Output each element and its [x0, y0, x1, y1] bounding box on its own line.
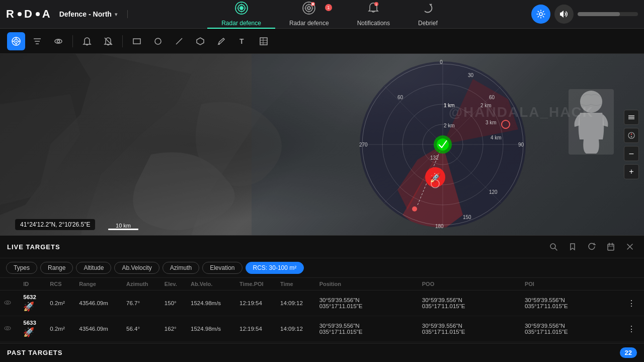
layers-button[interactable] [624, 110, 639, 125]
svg-rect-36 [260, 38, 267, 45]
tab-radar-defence-1[interactable]: Radar defence [207, 0, 275, 29]
tool-pencil[interactable] [212, 32, 230, 50]
tool-rectangle[interactable] [128, 32, 146, 50]
col-rcs: RCS [46, 278, 75, 291]
search-button[interactable] [546, 240, 560, 254]
radar-defence-icon-2 [302, 1, 316, 18]
filter-elevation[interactable]: Elevation [202, 262, 242, 274]
col-ab-velo: Ab.Velo. [187, 278, 235, 291]
svg-point-19 [16, 40, 17, 42]
col-poi: POI [521, 278, 623, 291]
chevron-down-icon: ▾ [115, 12, 117, 17]
row-time-poi-1: 12:19:54 [235, 291, 276, 316]
row-more-1[interactable]: ⋮ [623, 291, 644, 316]
bookmark-button[interactable] [566, 240, 580, 254]
svg-text:132: 132 [430, 155, 439, 161]
row-poo-2: 30°59'39.556"N 035°17'11.015"E [418, 316, 521, 342]
tool-bell-off[interactable] [99, 32, 117, 50]
svg-point-16 [539, 13, 542, 16]
col-time-poi: Time.POI [235, 278, 276, 291]
live-targets-title: LIVE TARGETS [7, 243, 60, 251]
col-azimuth: Azimuth [122, 278, 160, 291]
header-actions [546, 240, 637, 254]
svg-text:30: 30 [468, 73, 474, 78]
svg-text:2 km: 2 km [480, 103, 492, 108]
top-nav: RDA Defence - North ▾ Radar defence 1 [0, 0, 644, 29]
zoom-minus-button[interactable]: – [624, 146, 639, 161]
tab-label-debrief: Debrief [418, 20, 438, 27]
handala-image [569, 89, 614, 155]
svg-point-76 [580, 91, 602, 113]
radar-display: 0 30 60 90 120 150 180 270 60 1 km 1 km … [357, 59, 528, 230]
svg-point-31 [155, 38, 161, 44]
radar-defence-icon-1 [234, 1, 249, 18]
refresh-button[interactable] [585, 240, 599, 254]
compass-button[interactable] [624, 128, 639, 143]
svg-text:3 km: 3 km [486, 120, 497, 125]
filter-tabs: Types Range Altitude Ab.Velocity Azimuth… [0, 258, 644, 278]
tool-circle[interactable] [149, 32, 167, 50]
svg-rect-77 [628, 118, 634, 119]
tool-target[interactable] [7, 32, 25, 50]
tool-line[interactable] [170, 32, 188, 50]
tab-notifications[interactable]: 1 Notifications [343, 0, 404, 29]
filter-types[interactable]: Types [6, 262, 37, 274]
tab-debrief[interactable]: Debrief [404, 0, 452, 29]
settings-button[interactable] [531, 5, 550, 24]
filter-ab-velocity[interactable]: Ab.Velocity [114, 262, 159, 274]
row-eye-2[interactable] [0, 316, 19, 342]
svg-point-71 [437, 138, 449, 151]
tab-radar-defence-2[interactable]: 1 Radar defence [275, 0, 343, 29]
row-more-2[interactable]: ⋮ [623, 316, 644, 342]
tool-bell-on[interactable] [78, 32, 96, 50]
nav-tabs: Radar defence 1 Radar defence [133, 0, 526, 29]
svg-text:120: 120 [489, 189, 498, 195]
tool-polygon[interactable] [191, 32, 209, 50]
tool-text[interactable]: T [233, 32, 252, 50]
svg-text:2 km: 2 km [444, 123, 455, 128]
tool-filter[interactable] [28, 32, 46, 50]
svg-rect-78 [628, 117, 634, 118]
debrief-icon [421, 1, 435, 18]
map-background [0, 54, 644, 235]
filter-range[interactable]: Range [40, 262, 73, 274]
tool-visibility[interactable] [49, 32, 67, 50]
svg-text:0: 0 [440, 59, 443, 65]
volume-button[interactable] [554, 5, 574, 24]
svg-point-92 [7, 327, 9, 329]
live-targets-section: LIVE TARGETS [0, 235, 644, 357]
row-ab-velo-2: 1524.98m/s [187, 316, 235, 342]
filter-rcs[interactable]: RCS: 30-100 m² [246, 262, 304, 274]
app-logo: RDA [6, 8, 51, 21]
svg-line-82 [555, 248, 557, 250]
toolbar-separator-1 [72, 35, 73, 47]
row-icon-2: 🚀 [23, 327, 42, 338]
row-azimuth-2: 56.4° [122, 316, 160, 342]
row-eye-1[interactable] [0, 291, 19, 316]
row-icon-1: 🚀 [23, 301, 42, 312]
row-poo-1: 30°59'39.556"N 035°17'11.015"E [418, 291, 521, 316]
col-position: Position [315, 278, 418, 291]
nav-location[interactable]: Defence - North ▾ [59, 10, 128, 18]
calendar-button[interactable] [604, 240, 618, 254]
tab-label-radar2: Radar defence [289, 20, 329, 27]
filter-altitude[interactable]: Altitude [76, 262, 111, 274]
map-area[interactable]: 0 30 60 90 120 150 180 270 60 1 km 1 km … [0, 54, 644, 235]
col-id: ID [19, 278, 46, 291]
row-time-2: 14:09:12 [276, 316, 315, 342]
zoom-plus-button[interactable]: + [624, 164, 639, 179]
table-row: 5633 🚀 0.2m² 43546.09m 56.4° 162° 1524.9… [0, 316, 644, 342]
tab-label-notifications: Notifications [357, 20, 390, 27]
svg-text:150: 150 [463, 214, 471, 220]
nav-progress-bar [578, 12, 620, 16]
svg-text:1 km: 1 km [444, 103, 455, 108]
tool-table[interactable] [255, 32, 273, 50]
row-elev-1: 150° [160, 291, 187, 316]
svg-point-69 [412, 206, 417, 211]
past-targets-title: PAST TARGETS [7, 349, 62, 356]
col-elev: Elev. [160, 278, 187, 291]
map-scale: 10 km [108, 223, 138, 230]
filter-azimuth[interactable]: Azimuth [163, 262, 199, 274]
nav-right [531, 5, 638, 24]
close-button[interactable] [623, 240, 637, 254]
